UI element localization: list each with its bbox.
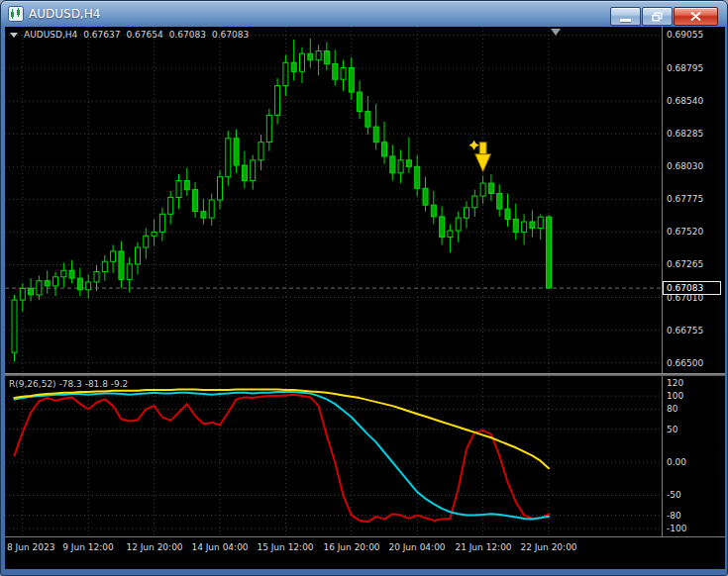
ohlc-low: 0.67083 (169, 30, 206, 40)
candles (12, 39, 552, 362)
time-axis-label: 12 Jun 20:00 (126, 542, 182, 552)
indicator-line-R26 (15, 392, 550, 519)
sell-arrow-annotation[interactable] (469, 141, 491, 172)
price-axis-label: 0.66500 (667, 358, 703, 368)
indicator-axis-label: 120 (667, 378, 683, 388)
price-axis-label: 0.69055 (667, 30, 703, 40)
chart-window: AUDUSD,H4 AUDUSD,H4 0.67637 (0, 0, 728, 576)
indicator-axis-label: 100 (667, 391, 683, 401)
time-axis-label: 22 Jun 20:00 (520, 542, 576, 552)
price-axis-label: 0.68540 (667, 96, 703, 106)
indicator-axis-label: -50 (667, 490, 681, 500)
indicator-label: R(9,26,52) -78.3 -81.8 -9.2 (9, 379, 128, 389)
time-axis[interactable]: 8 Jun 20239 Jun 12:0012 Jun 20:0014 Jun … (5, 536, 725, 570)
price-axis-label: 0.66755 (667, 326, 703, 336)
time-axis-label: 8 Jun 2023 (7, 542, 54, 552)
window-title: AUDUSD,H4 (29, 7, 100, 21)
indicator-axis-label: 80 (667, 404, 677, 414)
time-axis-label: 9 Jun 12:00 (62, 542, 113, 552)
time-axis-label: 15 Jun 12:00 (257, 542, 313, 552)
pane-separator[interactable] (5, 373, 725, 376)
main-chart-svg[interactable] (5, 27, 662, 373)
chart-client-area: AUDUSD,H4 0.67637 0.67654 0.67083 0.6708… (5, 27, 725, 569)
minimize-button[interactable] (610, 7, 641, 26)
price-axis[interactable]: 0.67083 0.690550.687950.685400.682850.68… (662, 27, 725, 536)
price-axis-label: 0.67520 (667, 227, 703, 237)
restore-icon (652, 12, 663, 22)
close-icon (690, 12, 701, 21)
indicator-axis-label: 50 (667, 425, 677, 434)
price-axis-label: 0.67265 (667, 259, 703, 269)
restore-button[interactable] (642, 7, 673, 26)
indicator-axis-label: -100 (667, 524, 686, 533)
indicator-chart-svg[interactable] (5, 376, 662, 536)
price-axis-label: 0.67775 (667, 194, 703, 204)
indicator-line-R9 (15, 395, 550, 523)
arrow-star-icon (469, 141, 479, 150)
price-axis-label: 0.68030 (667, 161, 703, 171)
indicator-axis-label: 0.00 (667, 457, 686, 467)
ohlc-info-line: AUDUSD,H4 0.67637 0.67654 0.67083 0.6708… (10, 30, 249, 40)
price-axis-label: 0.68285 (667, 129, 703, 139)
one-click-trading-toggle-icon[interactable] (10, 33, 18, 38)
time-axis-label: 20 Jun 04:00 (388, 542, 445, 552)
time-axis-label: 14 Jun 04:00 (191, 542, 248, 552)
window-controls (609, 7, 718, 26)
current-price-tag: 0.67083 (663, 281, 721, 295)
down-arrow-icon (475, 154, 491, 172)
ohlc-open: 0.67637 (83, 30, 120, 40)
close-button[interactable] (674, 7, 718, 26)
indicator-axis-label: -80 (667, 511, 681, 521)
price-axis-label: 0.68795 (667, 63, 703, 73)
time-axis-label: 21 Jun 12:00 (455, 542, 511, 552)
ohlc-high: 0.67654 (126, 30, 162, 40)
ohlc-symbol: AUDUSD,H4 (24, 30, 77, 40)
time-axis-label: 16 Jun 20:00 (323, 542, 379, 552)
app-icon (8, 6, 24, 22)
ohlc-close: 0.67083 (212, 30, 249, 40)
minimize-icon (620, 19, 631, 22)
title-bar[interactable]: AUDUSD,H4 (1, 1, 727, 27)
